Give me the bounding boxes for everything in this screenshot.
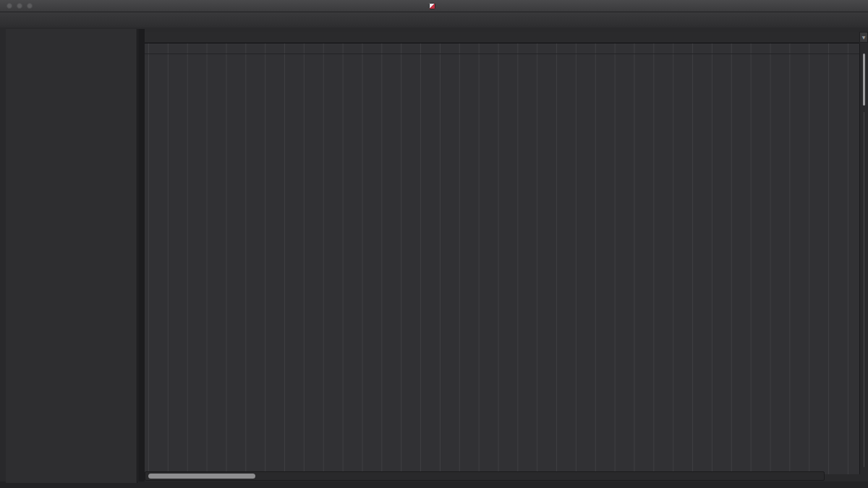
panel-divider[interactable] [138,29,145,481]
project-toolbar [0,12,868,28]
close-button[interactable] [7,3,12,9]
track-list-panel [6,29,137,483]
horizontal-scrollbar[interactable] [145,471,825,481]
project-main-area: ▼ [0,27,868,481]
horizontal-scroll-thumb[interactable] [148,474,255,479]
zoom-button[interactable] [27,3,33,9]
window-controls[interactable] [7,3,33,9]
chevron-down-icon: ▼ [862,35,866,40]
cubase-document-icon [429,3,435,9]
ruler-options-button[interactable]: ▼ [859,32,868,43]
event-display-background[interactable] [145,32,859,474]
bar-grid-lines [148,32,859,474]
title-bar[interactable] [0,0,868,12]
vertical-scrollbar[interactable] [859,43,868,474]
marker-lane[interactable] [145,43,859,54]
vertical-scroll-thumb[interactable] [863,53,865,106]
timeline-ruler[interactable] [145,32,859,43]
window-title-group [429,3,439,9]
cubase-project-window: ▼ [0,0,868,488]
minimize-button[interactable] [17,3,22,9]
vertical-scroll-rail [864,112,864,467]
